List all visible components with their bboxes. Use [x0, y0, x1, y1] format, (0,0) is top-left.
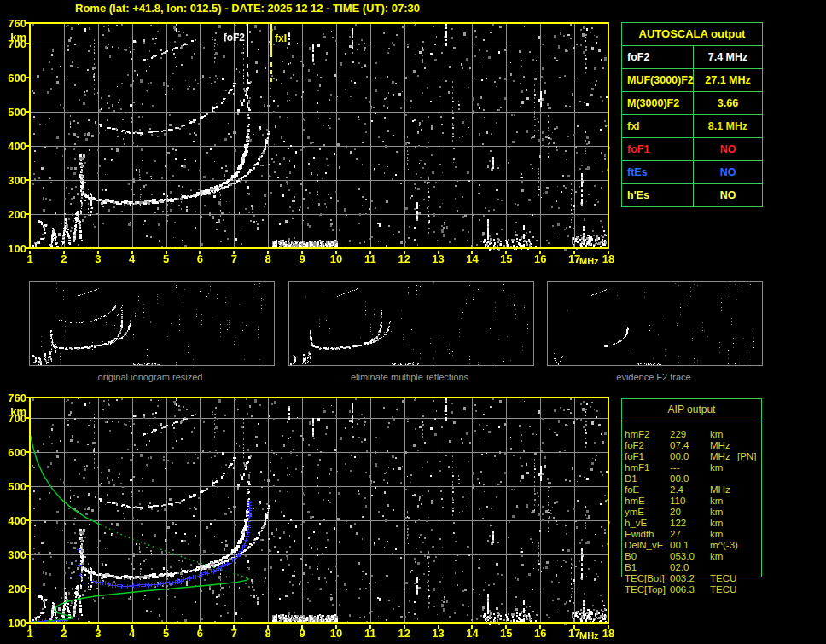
autoscala-row-label: foF2 — [622, 46, 694, 68]
aip-row-label: hmE — [625, 496, 645, 506]
autoscala-row-m-3000-f2: M(3000)F23.66 — [622, 91, 762, 114]
thumbnail-eliminate-reflections — [288, 281, 534, 366]
x-tick-label: 8 — [257, 627, 279, 640]
aip-row-fof2: foF207.4MHz — [621, 440, 826, 451]
aip-row-label: foE — [625, 484, 639, 495]
x-tick-label: 5 — [155, 252, 177, 265]
bottom-ionogram-plot — [25, 393, 614, 629]
thumbnail-caption-3: evidence F2 trace — [560, 372, 747, 382]
aip-header-divider — [621, 421, 760, 421]
autoscala-row-h-es: h'EsNO — [622, 183, 762, 206]
x-tick-label: 18 — [597, 252, 620, 265]
autoscala-row-label: foF1 — [622, 138, 694, 160]
y-tick-label: 500 — [0, 106, 26, 119]
page-title: Rome (lat: +41.8, lon: 012.5) - DATE: 20… — [75, 2, 420, 15]
autoscala-row-fof1: foF1NO — [622, 137, 762, 160]
autoscala-row-value: NO — [694, 138, 762, 160]
aip-row-label: B0 — [625, 551, 637, 561]
autoscala-row-label: ftEs — [622, 161, 694, 183]
top-ionogram-plot — [25, 19, 614, 254]
aip-row-value: 122 — [670, 518, 686, 528]
aip-row-label: h_vE — [625, 518, 647, 528]
aip-row-value: 006.3 — [670, 584, 695, 595]
autoscala-row-value: NO — [694, 184, 762, 206]
aip-row-label: ymE — [625, 507, 644, 517]
aip-row-unit: MHz — [710, 440, 730, 450]
y-tick-label: 300 — [0, 548, 26, 561]
aip-row-fof1: foF100.0MHz[PN] — [621, 451, 826, 462]
x-tick-label: 4 — [121, 627, 143, 640]
aip-row-value: --- — [670, 462, 680, 473]
aip-row-value: 110 — [670, 496, 685, 506]
aip-row-label: hmF1 — [625, 462, 649, 473]
bottom-y-unit-label: km — [0, 405, 26, 418]
autoscala-row-value: 3.66 — [694, 92, 762, 114]
y-tick-label: 400 — [0, 514, 26, 527]
fof2-annotation-label: foF2 — [214, 32, 245, 44]
x-tick-label: 15 — [495, 627, 517, 640]
autoscala-row-label: h'Es — [622, 184, 694, 206]
x-tick-label: 13 — [428, 252, 450, 265]
top-x-unit-label: MHz — [579, 256, 599, 266]
x-tick-label: 16 — [529, 627, 551, 640]
aip-row-label: TEC[Bot] — [625, 573, 665, 583]
aip-row-yme: ymE20km — [621, 507, 826, 518]
autoscala-row-fof2: foF27.4 MHz — [622, 45, 762, 68]
aip-row-value: 00.1 — [670, 540, 689, 550]
aip-row-unit: km — [710, 529, 723, 539]
x-tick-label: 14 — [461, 627, 483, 640]
aip-row-value: 20 — [670, 507, 681, 517]
x-tick-label: 10 — [325, 252, 347, 265]
aip-table-header: AIP output — [621, 403, 762, 415]
thumbnail-original-ionogram — [29, 281, 275, 366]
aip-row-value: 07.4 — [670, 440, 689, 450]
x-tick-label: 9 — [291, 252, 313, 265]
x-tick-label: 8 — [257, 252, 279, 265]
aip-row-unit: km — [710, 429, 723, 439]
y-tick-label: 200 — [0, 208, 26, 221]
aip-row-hmf2: hmF2229km — [621, 429, 826, 440]
aip-row-unit: MHz — [710, 451, 730, 461]
aip-row-label: foF2 — [625, 440, 644, 450]
aip-output-table: AIP output hmF2229kmfoF207.4MHzfoF100.0M… — [621, 398, 762, 603]
aip-row-hme: hmE110km — [621, 496, 826, 507]
aip-row-foe: foE2.4MHz — [621, 484, 826, 496]
aip-row-unit: km — [710, 518, 723, 528]
autoscala-row-value: 8.1 MHz — [694, 115, 762, 137]
autoscala-row-fxi: fxI8.1 MHz — [622, 114, 762, 137]
aip-row-unit: TECU — [710, 584, 736, 595]
aip-row-hmf1: hmF1---km — [621, 462, 826, 473]
aip-row-d1: D100.0 — [621, 473, 826, 484]
aip-row-label: foF1 — [625, 451, 644, 461]
aip-row-value: 2.4 — [670, 484, 683, 495]
x-tick-label: 6 — [189, 627, 211, 640]
y-tick-label: 200 — [0, 583, 26, 595]
aip-row-label: hmF2 — [625, 429, 649, 439]
aip-row-value: 053.0 — [670, 551, 695, 561]
autoscala-row-label: fxI — [622, 115, 694, 137]
aip-row-value: 00.0 — [670, 473, 689, 484]
x-tick-label: 2 — [53, 627, 75, 640]
thumbnail-evidence-f2-trace — [547, 281, 763, 366]
aip-row-tec-top-: TEC[Top]006.3TECU — [621, 584, 826, 595]
y-tick-label: 600 — [0, 72, 26, 84]
autoscala-row-value: 27.1 MHz — [694, 69, 762, 91]
autoscala-row-ftes: ftEsNO — [622, 160, 762, 183]
y-tick-label: 500 — [0, 480, 26, 493]
x-tick-label: 12 — [393, 252, 416, 265]
aip-row-unit: TECU — [710, 573, 736, 583]
top-y-unit-label: km — [0, 31, 26, 44]
aip-row-unit: m^(-3) — [710, 540, 738, 550]
y-tick-label: 400 — [0, 140, 26, 153]
aip-row-deln-ve: DelN_vE00.1m^(-3) — [621, 540, 826, 551]
aip-row-label: DelN_vE — [625, 540, 663, 550]
aip-row-unit: km — [710, 462, 723, 473]
aip-row-value: 229 — [670, 429, 686, 439]
x-tick-label: 7 — [223, 252, 245, 265]
y-tick-label: 300 — [0, 174, 26, 187]
autoscala-table-header: AUTOSCALA output — [622, 23, 762, 45]
aip-row-extra: [PN] — [737, 451, 756, 461]
x-tick-label: 12 — [393, 627, 416, 640]
thumbnail-caption-1: original ionogram resized — [56, 372, 244, 382]
x-tick-label: 13 — [428, 627, 450, 640]
